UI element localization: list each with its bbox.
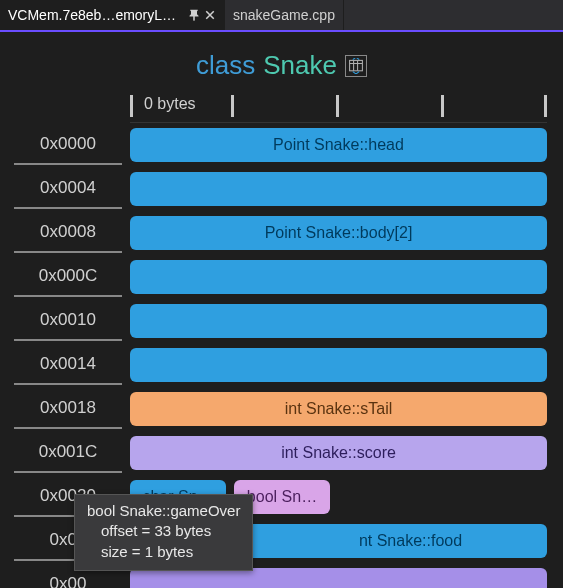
field-row [130, 257, 547, 297]
address-cell: 0x0010 [14, 301, 122, 341]
field-bar[interactable] [130, 172, 547, 206]
ruler-label: 0 bytes [144, 95, 196, 113]
field-row: Point Snake::body[2] [130, 213, 547, 253]
field-bar[interactable]: Point Snake::body[2] [130, 216, 547, 250]
address-cell: 0x0000 [14, 125, 122, 165]
tooltip-offset: offset = 33 bytes [87, 521, 240, 541]
tab-label: VCMem.7e8eb…emoryLayout [8, 7, 178, 23]
tab-bar: VCMem.7e8eb…emoryLayout snakeGame.cpp [0, 0, 563, 32]
pin-icon[interactable] [188, 9, 200, 21]
svg-rect-0 [350, 60, 363, 70]
field-bar[interactable] [130, 568, 547, 588]
field-row: int Snake::score [130, 433, 547, 473]
tab-label: snakeGame.cpp [233, 7, 335, 23]
tooltip-name: bool Snake::gameOver [87, 501, 240, 521]
field-bar[interactable]: int Snake::sTail [130, 392, 547, 426]
field-bar[interactable]: int Snake::score [130, 436, 547, 470]
tooltip-size: size = 1 bytes [87, 542, 240, 562]
field-bar[interactable] [130, 348, 547, 382]
title-name: Snake [263, 50, 337, 81]
address-cell: 0x001C [14, 433, 122, 473]
field-row: Point Snake::head [130, 125, 547, 165]
address-cell: 0x0018 [14, 389, 122, 429]
tab-snakegame-cpp[interactable]: snakeGame.cpp [225, 0, 344, 30]
tab-memory-layout[interactable]: VCMem.7e8eb…emoryLayout [0, 0, 225, 30]
field-row [130, 169, 547, 209]
field-bar[interactable] [130, 304, 547, 338]
field-row: int Snake::sTail [130, 389, 547, 429]
field-bar[interactable] [130, 260, 547, 294]
field-row [130, 345, 547, 385]
address-cell: 0x0008 [14, 213, 122, 253]
field-row [130, 301, 547, 341]
layout-icon[interactable] [345, 55, 367, 77]
title-keyword: class [196, 50, 255, 81]
close-icon[interactable] [204, 9, 216, 21]
field-tooltip: bool Snake::gameOver offset = 33 bytes s… [74, 494, 253, 571]
class-title: class Snake [0, 32, 563, 89]
address-cell: 0x0004 [14, 169, 122, 209]
address-cell: 0x0014 [14, 345, 122, 385]
byte-ruler: 0 bytes [130, 89, 547, 123]
field-bar[interactable]: Point Snake::head [130, 128, 547, 162]
address-cell: 0x000C [14, 257, 122, 297]
